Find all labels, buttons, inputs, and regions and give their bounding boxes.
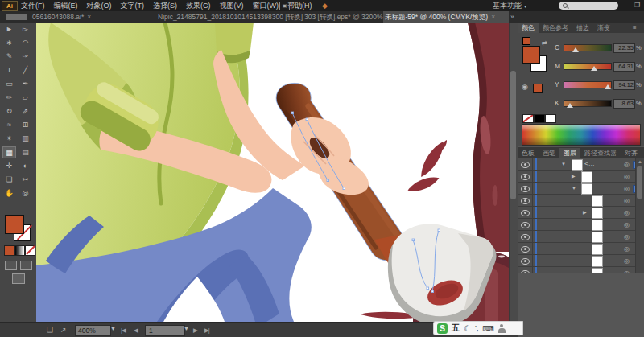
- layer-row[interactable]: ◎: [518, 255, 644, 267]
- target-circle-icon[interactable]: ◎: [624, 219, 630, 231]
- menu-file[interactable]: 文件(F): [21, 1, 45, 11]
- symbol-sprayer-tool[interactable]: ✴: [2, 133, 16, 145]
- layer-row[interactable]: ◎: [518, 219, 644, 231]
- visibility-eye-icon[interactable]: [521, 198, 530, 204]
- fill-swatch[interactable]: [5, 215, 24, 234]
- menu-effect[interactable]: 效果(C): [186, 1, 211, 11]
- last-color-swatch[interactable]: [533, 84, 543, 93]
- none-mode-button[interactable]: [25, 245, 35, 256]
- layers-scrollbar[interactable]: ▲: [635, 158, 644, 273]
- width-tool[interactable]: ≈: [2, 119, 16, 131]
- expand-icon[interactable]: ▼: [561, 158, 566, 171]
- layer-row[interactable]: ▼ ◎: [518, 183, 644, 195]
- mini-fill-stroke-icon[interactable]: [522, 37, 530, 45]
- moon-icon[interactable]: ☾: [464, 324, 471, 333]
- blend-tool[interactable]: ◐: [19, 160, 32, 172]
- scale-tool[interactable]: ⇗: [19, 105, 32, 117]
- last-artboard-button[interactable]: ▶|: [204, 327, 209, 334]
- punctuation-icon[interactable]: ’,: [475, 324, 479, 332]
- layer-row[interactable]: ▼ <… ◎: [518, 158, 644, 171]
- expand-icon[interactable]: ▶: [572, 171, 576, 183]
- yellow-value[interactable]: 94.12: [613, 80, 635, 90]
- menu-object[interactable]: 对象(O): [87, 1, 112, 11]
- target-circle-icon[interactable]: ◎: [624, 183, 630, 195]
- cyan-value[interactable]: 22.35: [613, 43, 635, 53]
- slice-tool[interactable]: ✂: [19, 174, 32, 186]
- zoom-tool[interactable]: ◎: [19, 187, 32, 199]
- selection-tool[interactable]: ►: [2, 23, 16, 35]
- document-tab-active[interactable]: 未标题-59* @ 400% (CMYK/预览)×: [383, 11, 509, 23]
- scrollbar-thumb[interactable]: [637, 166, 642, 199]
- visibility-eye-icon[interactable]: [521, 162, 530, 168]
- menu-edit[interactable]: 编辑(E): [54, 1, 78, 11]
- cyan-slider-handle[interactable]: [572, 47, 579, 52]
- tab-gradient[interactable]: 渐变: [593, 23, 614, 33]
- first-artboard-button[interactable]: |◀: [121, 327, 126, 334]
- yellow-slider-handle[interactable]: [605, 84, 611, 89]
- target-circle-icon[interactable]: ◎: [624, 267, 630, 273]
- black-slider-handle[interactable]: [567, 103, 573, 108]
- arrange-documents-icon[interactable]: ▣: [279, 2, 290, 10]
- zoom-level-field[interactable]: 400%: [75, 325, 111, 336]
- none-swatch[interactable]: [522, 114, 534, 123]
- tab-stroke[interactable]: 描边: [572, 23, 593, 33]
- workspace-switcher[interactable]: 基本功能▾: [493, 0, 526, 11]
- magenta-value[interactable]: 64.31: [613, 62, 635, 72]
- artboard-number-field[interactable]: 1: [145, 325, 185, 336]
- document-tab-1[interactable]: 05616043088.ai*×: [31, 11, 156, 23]
- visibility-eye-icon[interactable]: [521, 234, 530, 240]
- direct-selection-tool[interactable]: ▻: [19, 23, 32, 35]
- line-tool[interactable]: ╱: [19, 64, 32, 76]
- ime-mode-label[interactable]: 五: [452, 323, 460, 334]
- target-circle-icon[interactable]: ◎: [624, 255, 630, 267]
- target-circle-icon[interactable]: ◎: [624, 158, 630, 171]
- gradient-tool[interactable]: ▤: [19, 146, 32, 158]
- scroll-up-icon[interactable]: ▲: [636, 158, 644, 166]
- layer-row[interactable]: ◎: [518, 231, 644, 243]
- menu-view[interactable]: 视图(V): [220, 1, 244, 11]
- paintbrush-tool[interactable]: ✒: [19, 78, 32, 90]
- magic-wand-tool[interactable]: ∗: [2, 37, 16, 49]
- menu-window[interactable]: 窗口(W): [253, 1, 279, 11]
- lasso-tool[interactable]: ◠: [19, 37, 32, 49]
- eraser-tool[interactable]: ▱: [19, 92, 32, 104]
- white-swatch[interactable]: [545, 114, 556, 123]
- target-circle-icon[interactable]: ◎: [624, 231, 630, 243]
- layer-row[interactable]: ◎: [518, 267, 644, 273]
- panel-menu-icon[interactable]: ≡: [633, 23, 637, 33]
- layer-row[interactable]: ▶ ◎: [518, 171, 644, 183]
- hand-tool[interactable]: ✋: [2, 187, 16, 199]
- visibility-eye-icon[interactable]: [521, 210, 530, 216]
- tab-brushes[interactable]: 画笔: [539, 148, 559, 158]
- menu-select[interactable]: 选择(S): [153, 1, 177, 11]
- screen-mode-button[interactable]: [12, 273, 25, 284]
- document-icon[interactable]: ❏: [47, 326, 53, 334]
- visibility-eye-icon[interactable]: [521, 186, 530, 192]
- zoom-dropdown-icon[interactable]: ▼: [110, 326, 116, 331]
- rotate-tool[interactable]: ↻: [2, 105, 16, 117]
- menu-type[interactable]: 文字(T): [121, 1, 145, 11]
- target-circle-icon[interactable]: ◎: [624, 243, 630, 255]
- draw-behind-icon[interactable]: [20, 261, 32, 270]
- shape-tool[interactable]: ▭: [2, 78, 16, 90]
- layer-row[interactable]: ◎: [518, 243, 644, 255]
- tab-overflow-button[interactable]: »: [510, 11, 514, 23]
- tab-pathfinder[interactable]: 路径查找器: [580, 148, 621, 158]
- gradient-mode-button[interactable]: [14, 245, 25, 256]
- layer-row[interactable]: ◎: [518, 195, 644, 207]
- visibility-eye-icon[interactable]: [521, 246, 530, 253]
- keyboard-icon[interactable]: ⌨: [482, 324, 493, 333]
- close-tab-icon[interactable]: ×: [87, 13, 91, 21]
- panel-menu-icon[interactable]: ≡: [633, 148, 637, 158]
- curvature-tool[interactable]: ✑: [19, 51, 32, 63]
- tab-align[interactable]: 对齐: [621, 148, 642, 158]
- visibility-eye-icon[interactable]: [521, 222, 530, 228]
- expand-icon[interactable]: ▶: [583, 207, 587, 219]
- prev-artboard-button[interactable]: ◀: [134, 327, 138, 334]
- black-swatch[interactable]: [534, 114, 545, 123]
- cyan-slider[interactable]: [564, 44, 612, 51]
- close-tab-icon[interactable]: ×: [491, 13, 495, 21]
- pen-tool[interactable]: ✎: [2, 51, 16, 63]
- free-transform-tool[interactable]: ⊞: [19, 119, 32, 131]
- tab-color[interactable]: 颜色: [518, 23, 539, 33]
